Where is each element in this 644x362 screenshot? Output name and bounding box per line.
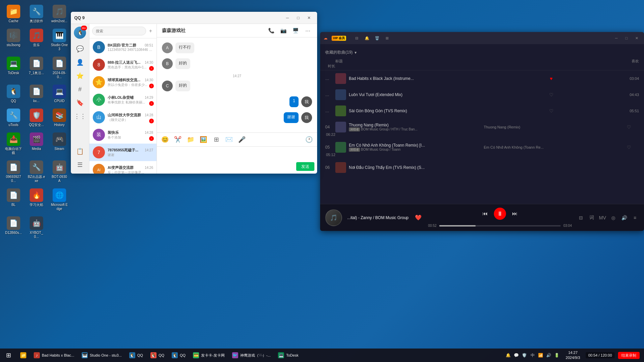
track-heart-t2[interactable]: ♡ <box>484 92 619 97</box>
track-heart-04[interactable]: ♡ <box>619 124 639 130</box>
contact-item-ai[interactable]: AI AI变声器交流群 14:26 反：但是第一次好像是... <box>89 161 157 174</box>
chat-phone-btn[interactable]: 📞 <box>267 26 276 35</box>
playlist-item-top-1[interactable]: … Bad Habits x Black Jack (Instrume... ♥… <box>320 70 644 87</box>
player-lyrics-btn[interactable]: 词 <box>588 214 596 222</box>
player-playlist-btn[interactable]: ≡ <box>631 214 639 222</box>
qq-user-avatar[interactable]: 🐧 99+ <box>74 27 86 39</box>
player-tool-3[interactable]: 🗑️ <box>373 35 381 41</box>
icon-diandian[interactable]: 📥 电脑自动下载 <box>3 131 24 156</box>
icon-steam[interactable]: 🎮 Steam <box>49 131 69 156</box>
taskbar-studio-one[interactable]: 🎹 Studio One - stu3... <box>78 350 125 361</box>
chat-video-btn[interactable]: 📷 <box>279 26 288 35</box>
qq-minimize-btn[interactable]: ─ <box>283 14 292 22</box>
icon-xybot[interactable]: 🤖 XYBOT_0... <box>26 215 47 240</box>
taskbar-bad-habits[interactable]: ♪ Bad Habits x Blac... <box>30 350 78 361</box>
tray-notification-icon[interactable]: 🔔 <box>505 352 512 359</box>
emoji-btn[interactable]: 😊 <box>160 135 170 144</box>
mic-btn[interactable]: 🎤 <box>237 135 247 144</box>
taskbar-qq1[interactable]: 🐧 QQ <box>126 350 146 361</box>
cut-btn[interactable]: ✂️ <box>173 135 183 144</box>
qq-search-input[interactable] <box>92 27 146 35</box>
playlist-item-top-2[interactable]: … Luôn Vui Tươi (Extended Mix) ♡ 04:43 <box>320 87 644 103</box>
tray-volume-icon[interactable]: 🔊 <box>545 352 552 359</box>
contact-item-787[interactable]: 7 78785955死磕子... 14:27 谢谢 <box>89 144 157 161</box>
icon-todesk[interactable]: 💻 ToDesk <box>3 55 24 81</box>
player-screen-btn[interactable]: ⊟ <box>577 214 585 222</box>
icon-kx[interactable]: 📄 kx... <box>26 83 47 104</box>
playlist-item-04[interactable]: 04 Thuong Nang (Remix) 演唱者 BOM Music Gro… <box>320 119 644 139</box>
contact-item-kuaizhuang[interactable]: 装 装快乐 14:28 各个添加 ! <box>89 126 157 144</box>
icon-file1[interactable]: 📄 7_1奥洁... <box>26 55 47 81</box>
icon-history[interactable]: 📚 History <box>49 107 69 128</box>
playlist-item-top-3[interactable]: … Sài Gòn Bông Gòn (TVS Remix) ♡ 05:51 <box>320 103 644 119</box>
player-quality-btn[interactable]: ◎ <box>609 214 617 222</box>
icon-qq[interactable]: 🐧 QQ <box>3 83 24 104</box>
icon-d12[interactable]: 📄 D12B60s... <box>3 215 24 240</box>
taskbar-start-btn[interactable]: ⊞ <box>2 350 15 360</box>
chat-more-btn[interactable]: ⋯ <box>303 26 312 35</box>
qq-add-contact-btn[interactable]: + <box>147 27 154 35</box>
player-minimize-btn[interactable]: ─ <box>612 35 620 41</box>
icon-music[interactable]: 🎵 音乐 <box>26 27 47 53</box>
icon-msedge[interactable]: 🌐 Microsoft Edge <box>49 187 69 212</box>
icon-bot[interactable]: 🤖 BOT-0930A <box>49 159 69 184</box>
sidebar-chat-icon[interactable]: 💬 <box>74 43 86 55</box>
progress-bar[interactable] <box>439 225 561 227</box>
icon-stu3[interactable]: 🎼 stu3song <box>3 27 24 53</box>
player-tool-4[interactable]: ⊞ <box>383 35 391 41</box>
player-next-btn[interactable]: ⏭ <box>510 209 520 218</box>
tray-lang-icon[interactable]: 中 <box>529 352 536 359</box>
sidebar-bookmark2-icon[interactable]: 📋 <box>74 145 86 157</box>
icon-096[interactable]: 📄 096939270... <box>3 159 24 184</box>
track-heart-05[interactable]: ♡ <box>619 145 639 150</box>
player-mv-btn[interactable]: MV <box>598 214 607 222</box>
player-play-pause-btn[interactable]: ⏸ <box>494 208 506 220</box>
contact-item-shanhe[interactable]: 山 山河科技大学交流群 14:28 （聊天记录） ! <box>89 109 157 126</box>
player-close-btn[interactable]: ✕ <box>633 35 641 41</box>
sidebar-hash-icon[interactable]: # <box>74 83 86 95</box>
player-tool-1[interactable]: ⊟ <box>353 35 361 41</box>
folder-btn[interactable]: 📁 <box>186 135 195 144</box>
qq-close-btn[interactable]: ✕ <box>304 14 314 22</box>
track-heart-t3[interactable]: ♡ <box>484 108 619 114</box>
player-volume-btn[interactable]: 🔊 <box>620 214 628 222</box>
icon-studio[interactable]: 🎹 Studio One 3 <box>49 27 69 53</box>
contact-item-qiuqiu[interactable]: ⭐ 球球英雄科技交流... 14:30 所以小兔是你：你差多少... ! <box>89 73 157 91</box>
tray-wifi-icon[interactable]: 📶 <box>537 352 544 359</box>
icon-bl[interactable]: 📄 BL <box>3 187 24 212</box>
sidebar-menu-icon[interactable]: ☰ <box>74 159 86 171</box>
history-chat-btn[interactable]: 🕐 <box>304 135 314 144</box>
icon-qq2[interactable]: 🛡️ QQ安全... <box>26 107 47 128</box>
player-prev-btn[interactable]: ⏮ <box>480 209 490 218</box>
taskbar-qq3[interactable]: 🐧 QQ <box>168 350 189 361</box>
playlist-header[interactable]: 收藏的歌曲(19) ▾ <box>320 48 644 57</box>
tray-chat-icon[interactable]: 💬 <box>513 352 520 359</box>
contact-item-888[interactable]: 8 888-拉三人送云飞... 14:30 黑色选手：黑色无线4+1... ! <box>89 56 157 73</box>
taskbar-fakacaika[interactable]: 💳 发卡卡-发卡网 <box>190 350 228 361</box>
sidebar-grid-icon[interactable]: ⋮⋮ <box>74 110 86 122</box>
icon-bz[interactable]: 🔧 BZ出品器.exe <box>26 159 47 184</box>
player-like-btn[interactable]: ❤️ <box>414 213 423 222</box>
qq-send-btn[interactable]: 发送 <box>296 162 314 171</box>
contact-item-bk[interactable]: B BK回归·官方二群 08:51 1123459762 34971108446… <box>89 38 157 56</box>
image-btn[interactable]: 🖼️ <box>199 135 208 144</box>
sidebar-contacts-icon[interactable]: 👤 <box>74 56 86 68</box>
icon-file2[interactable]: 📄 2024-09-0... <box>49 55 69 81</box>
crop-btn[interactable]: ⊞ <box>212 135 221 144</box>
taskbar-qq2[interactable]: 🐧 QQ <box>147 350 168 361</box>
tray-security-icon[interactable]: 🛡️ <box>521 352 528 359</box>
taskbar-file-explorer[interactable]: 📁 <box>17 350 30 361</box>
icon-cpu[interactable]: 💻 CPUID <box>49 83 69 104</box>
playlist-item-06[interactable]: 06 Nơi Đầu Cũng Thấy Em (TVS Remix) (S..… <box>320 159 644 176</box>
icon-soft[interactable]: 🔧 奥洁软件 <box>26 3 47 25</box>
contact-item-xiaolin[interactable]: 小 小林LOL杂货铺 14:29 有事找群主 私聊价美丽... ! <box>89 91 157 109</box>
player-maximize-btn[interactable]: □ <box>622 35 631 41</box>
icon-media[interactable]: 🎬 Media <box>26 131 47 156</box>
icon-wdm[interactable]: 🎵 wdm2vst... <box>49 3 69 25</box>
player-tool-2[interactable]: 🔔 <box>363 35 371 41</box>
mail-btn[interactable]: ✉️ <box>224 135 234 144</box>
icon-cache[interactable]: 📁 Cache <box>3 3 24 25</box>
sidebar-star-icon[interactable]: ⭐ <box>74 70 86 82</box>
taskbar-shenying[interactable]: 🐦 神鹰游戏（'-'-）-... <box>229 350 274 361</box>
tray-battery-icon[interactable]: 🔋 <box>554 352 560 359</box>
